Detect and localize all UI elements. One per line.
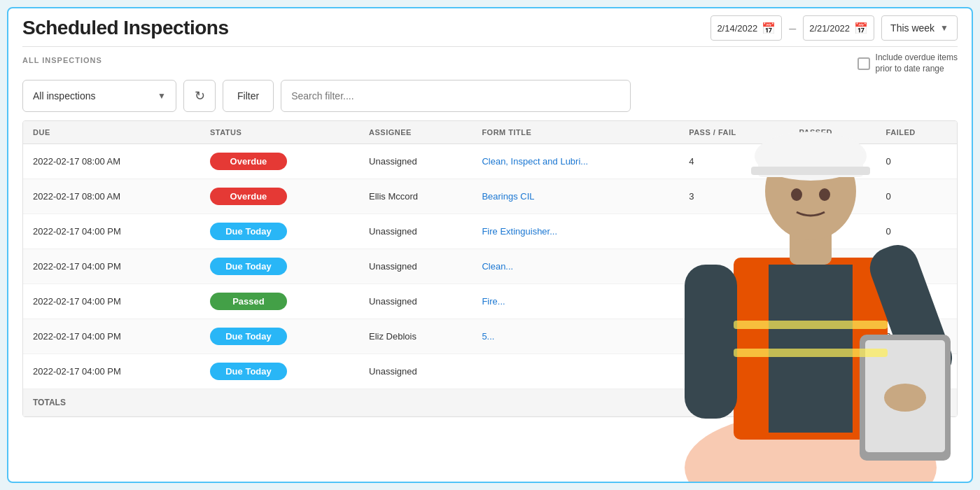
cell-due: 2022-02-17 04:00 PM [23, 354, 200, 389]
cell-status: Due Today [200, 354, 359, 389]
col-status: STATUS [200, 121, 359, 144]
totals-row: TOTALS 2 [23, 389, 957, 416]
col-assignee: ASSIGNEE [359, 121, 472, 144]
table-row: 2022-02-17 04:00 PM Passed Unassigned Fi… [23, 284, 957, 319]
cell-failed: 0 [876, 319, 957, 354]
form-title-link[interactable]: Clean... [482, 261, 513, 272]
form-title-link[interactable]: Fire Extinguisher... [482, 226, 557, 237]
status-badge[interactable]: Due Today [210, 328, 287, 345]
status-badge[interactable]: Due Today [210, 258, 287, 275]
include-overdue-text: Include overdue itemsprior to date range [876, 52, 958, 74]
cell-failed: 0 [876, 214, 957, 249]
cell-pass-fail [679, 354, 789, 389]
main-container: Scheduled Inspections 2/14/2022 📅 – 2/21… [7, 7, 973, 483]
inspections-table-container: DUE STATUS ASSIGNEE FORM TITLE PASS / FA… [22, 120, 958, 417]
filter-label: Filter [237, 90, 259, 102]
cell-passed [790, 284, 876, 319]
cell-passed [790, 354, 876, 389]
this-week-dropdown[interactable]: This week ▼ [881, 15, 958, 41]
cell-status: Due Today [200, 214, 359, 249]
date-to-value: 2/21/2022 [809, 23, 850, 34]
cell-assignee: Unassigned [359, 249, 472, 284]
top-right-controls: 2/14/2022 📅 – 2/21/2022 📅 This week ▼ [710, 15, 958, 41]
status-badge[interactable]: Overdue [210, 188, 287, 205]
cell-form-title [472, 354, 679, 389]
cell-due: 2022-02-17 08:00 AM [23, 179, 200, 214]
svg-point-0 [685, 412, 937, 482]
date-range-separator: – [789, 21, 796, 36]
form-title-link[interactable]: Bearings CIL [482, 191, 534, 202]
inspections-dropdown[interactable]: All inspections ▼ [22, 80, 176, 112]
status-badge[interactable]: Due Today [210, 223, 287, 240]
this-week-label: This week [890, 22, 934, 34]
cell-passed [790, 249, 876, 284]
cell-status: Overdue [200, 179, 359, 214]
cell-status: Due Today [200, 249, 359, 284]
cell-pass-fail: 3 [679, 179, 789, 214]
cell-assignee: Eliz Deblois [359, 319, 472, 354]
include-overdue-checkbox[interactable] [858, 57, 870, 70]
form-title-link[interactable]: Clean, Inspect and Lubri... [482, 156, 588, 167]
cell-failed: 0 [876, 179, 957, 214]
form-title-link[interactable]: Fire... [482, 296, 505, 307]
date-to-input[interactable]: 2/21/2022 📅 [803, 15, 874, 41]
col-pass-fail: PASS / FAIL [679, 121, 789, 144]
cell-due: 2022-02-17 08:00 AM [23, 144, 200, 179]
cell-assignee: Unassigned [359, 284, 472, 319]
cell-status: Overdue [200, 144, 359, 179]
top-bar: Scheduled Inspections 2/14/2022 📅 – 2/21… [22, 8, 958, 47]
cell-status: Due Today [200, 319, 359, 354]
table-row: 2022-02-17 04:00 PM Due Today Unassigned… [23, 249, 957, 284]
cell-failed: 0 [876, 249, 957, 284]
date-from-value: 2/14/2022 [717, 23, 757, 34]
refresh-button[interactable]: ↻ [183, 80, 216, 112]
cell-pass-fail: 4 [679, 144, 789, 179]
cell-passed [790, 319, 876, 354]
cell-due: 2022-02-17 04:00 PM [23, 319, 200, 354]
cell-passed: 0 [790, 144, 876, 179]
cell-failed: 0 [876, 354, 957, 389]
page-title: Scheduled Inspections [22, 17, 228, 39]
table-row: 2022-02-17 08:00 AM Overdue Unassigned C… [23, 144, 957, 179]
cell-assignee: Unassigned [359, 214, 472, 249]
calendar-to-icon: 📅 [854, 22, 868, 35]
filter-button[interactable]: Filter [223, 80, 274, 112]
cell-passed: 0 [790, 214, 876, 249]
cell-status: Passed [200, 284, 359, 319]
cell-pass-fail [679, 249, 789, 284]
cell-due: 2022-02-17 04:00 PM [23, 214, 200, 249]
col-passed: PASSED [790, 121, 876, 144]
cell-pass-fail [679, 319, 789, 354]
cell-pass-fail [679, 214, 789, 249]
cell-passed: 0 [790, 179, 876, 214]
col-form-title: FORM TITLE [472, 121, 679, 144]
cell-failed: 0 [876, 284, 957, 319]
cell-assignee: Unassigned [359, 144, 472, 179]
cell-form-title: Clean, Inspect and Lubri... [472, 144, 679, 179]
table-row: 2022-02-17 08:00 AM Overdue Ellis Mccord… [23, 179, 957, 214]
inspections-table: DUE STATUS ASSIGNEE FORM TITLE PASS / FA… [23, 121, 957, 416]
form-title-link[interactable]: 5... [482, 331, 494, 342]
totals-value: 2 [876, 389, 957, 416]
totals-label: TOTALS [23, 389, 200, 416]
cell-form-title: Fire Extinguisher... [472, 214, 679, 249]
status-badge[interactable]: Due Today [210, 363, 287, 380]
table-row: 2022-02-17 04:00 PM Due Today Unassigned… [23, 354, 957, 389]
cell-failed: 0 [876, 144, 957, 179]
col-due: DUE [23, 121, 200, 144]
controls-row: All inspections ▼ ↻ Filter [22, 80, 958, 112]
cell-pass-fail [679, 284, 789, 319]
cell-form-title: Clean... [472, 249, 679, 284]
calendar-from-icon: 📅 [762, 22, 776, 35]
table-header-row: DUE STATUS ASSIGNEE FORM TITLE PASS / FA… [23, 121, 957, 144]
cell-due: 2022-02-17 04:00 PM [23, 249, 200, 284]
search-input[interactable] [281, 80, 631, 112]
status-badge[interactable]: Overdue [210, 153, 287, 170]
inspections-chevron-icon: ▼ [158, 91, 166, 101]
cell-form-title: 5... [472, 319, 679, 354]
date-from-input[interactable]: 2/14/2022 📅 [710, 15, 782, 41]
cell-assignee: Unassigned [359, 354, 472, 389]
col-failed: FAILED [876, 121, 957, 144]
status-badge[interactable]: Passed [210, 293, 287, 310]
refresh-icon: ↻ [195, 88, 205, 104]
